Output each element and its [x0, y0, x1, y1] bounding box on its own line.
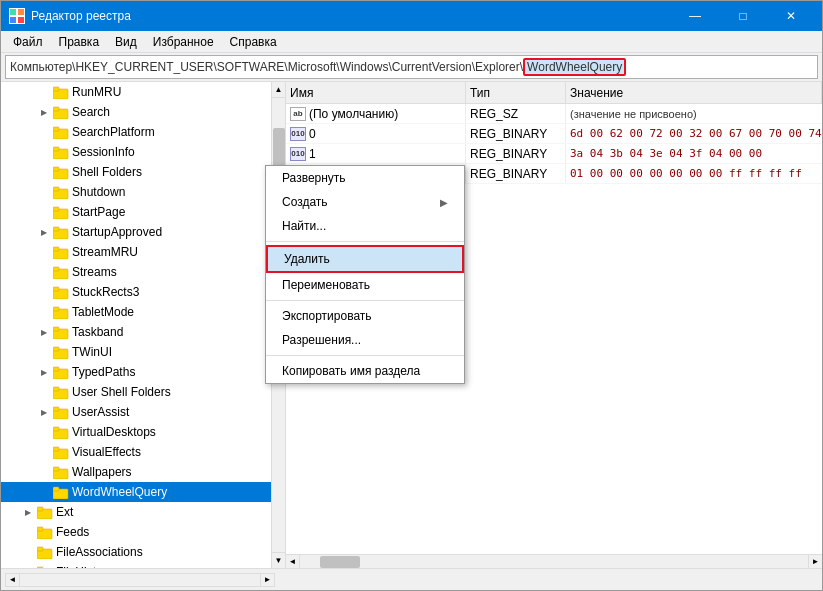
tree-item-label: StartupApproved — [72, 225, 162, 239]
tree-item[interactable]: Wallpapers — [1, 462, 285, 482]
svg-rect-47 — [37, 507, 43, 511]
tree-item-label: StartPage — [72, 205, 125, 219]
col-header-type[interactable]: Тип — [466, 82, 566, 103]
cell-type: REG_BINARY — [466, 144, 566, 163]
col-header-name[interactable]: Имя — [286, 82, 466, 103]
svg-rect-3 — [18, 17, 24, 23]
context-menu-item-3[interactable]: Удалить — [266, 245, 464, 273]
svg-rect-23 — [53, 267, 59, 271]
context-menu-item-4[interactable]: Переименовать — [266, 273, 464, 297]
table-row[interactable]: ab(По умолчанию)REG_SZ(значение не присв… — [286, 104, 822, 124]
scrollbar-h-thumb[interactable] — [320, 556, 360, 568]
svg-rect-19 — [53, 227, 59, 231]
cell-name-text: (По умолчанию) — [309, 107, 398, 121]
svg-rect-33 — [53, 367, 59, 371]
tree-item[interactable]: VisualEffects — [1, 442, 285, 462]
tree-item[interactable]: FileAssociations — [1, 542, 285, 562]
svg-rect-0 — [10, 9, 16, 15]
tree-item[interactable]: Shell Folders — [1, 162, 285, 182]
folder-icon — [53, 166, 69, 179]
svg-rect-7 — [53, 107, 59, 111]
tree-item[interactable]: StartPage — [1, 202, 285, 222]
tree-item[interactable]: SearchPlatform — [1, 122, 285, 142]
tree-item[interactable]: Streams — [1, 262, 285, 282]
context-menu-item-1[interactable]: Создать▶ — [266, 190, 464, 214]
folder-icon — [53, 246, 69, 259]
folder-icon — [53, 486, 69, 499]
cell-value: (значение не присвоено) — [566, 104, 822, 123]
tree-item-label: StreamMRU — [72, 245, 138, 259]
tree-item[interactable]: ▶ Search — [1, 102, 285, 122]
cell-name: 0101 — [286, 144, 466, 163]
cell-type: REG_BINARY — [466, 124, 566, 143]
status-bar: ◄ ► — [1, 568, 822, 590]
right-scrollbar-h[interactable]: ◄ ► — [286, 554, 822, 568]
tree-item[interactable]: TWinUI — [1, 342, 285, 362]
close-button[interactable]: ✕ — [768, 1, 814, 31]
svg-rect-17 — [53, 207, 59, 211]
minimize-button[interactable]: — — [672, 1, 718, 31]
menu-favorites[interactable]: Избранное — [145, 33, 222, 51]
context-menu-item-2[interactable]: Найти... — [266, 214, 464, 238]
tree-scrollbar-down[interactable]: ▼ — [272, 552, 286, 568]
tree-item[interactable]: ▶ Ext — [1, 502, 285, 522]
folder-icon — [37, 566, 53, 569]
menu-edit[interactable]: Правка — [51, 33, 108, 51]
tree-item[interactable]: ▶ Taskband — [1, 322, 285, 342]
folder-icon — [53, 326, 69, 339]
svg-rect-25 — [53, 287, 59, 291]
tree-item[interactable]: SessionInfo — [1, 142, 285, 162]
svg-rect-43 — [53, 467, 59, 471]
svg-rect-37 — [53, 407, 59, 411]
tree-item-label: Shell Folders — [72, 165, 142, 179]
table-row[interactable]: 0101REG_BINARY3a 04 3b 04 3e 04 3f 04 00… — [286, 144, 822, 164]
tree-item-label: SessionInfo — [72, 145, 135, 159]
tree-item[interactable]: RunMRU — [1, 82, 285, 102]
tree-item-label: Streams — [72, 265, 117, 279]
tree-scroll[interactable]: RunMRU▶ Search SearchPlatform SessionInf… — [1, 82, 285, 568]
tree-item[interactable]: ▶ StartupApproved — [1, 222, 285, 242]
tree-item[interactable]: ▶ TypedPaths — [1, 362, 285, 382]
context-menu-item-7[interactable]: Копировать имя раздела — [266, 359, 464, 383]
context-menu: РазвернутьСоздать▶Найти...УдалитьПереиме… — [265, 165, 465, 384]
tree-item-label: Taskband — [72, 325, 123, 339]
svg-rect-31 — [53, 347, 59, 351]
menu-file[interactable]: Файл — [5, 33, 51, 51]
tree-item[interactable]: Shutdown — [1, 182, 285, 202]
cell-type: REG_BINARY — [466, 164, 566, 183]
tree-item[interactable]: FileHistory — [1, 562, 285, 568]
tree-item[interactable]: Feeds — [1, 522, 285, 542]
tree-item[interactable]: VirtualDesktops — [1, 422, 285, 442]
tree-item[interactable]: ▶ UserAssist — [1, 402, 285, 422]
tree-item[interactable]: StuckRects3 — [1, 282, 285, 302]
tree-item-label: TypedPaths — [72, 365, 135, 379]
tree-item[interactable]: StreamMRU — [1, 242, 285, 262]
tree-item[interactable]: TabletMode — [1, 302, 285, 322]
folder-icon — [53, 106, 69, 119]
menu-view[interactable]: Вид — [107, 33, 145, 51]
folder-icon — [53, 346, 69, 359]
table-row[interactable]: 0100REG_BINARY6d 00 62 00 72 00 32 00 67… — [286, 124, 822, 144]
svg-rect-51 — [37, 547, 43, 551]
context-menu-item-5[interactable]: Экспортировать — [266, 304, 464, 328]
address-bar[interactable]: Компьютер\HKEY_CURRENT_USER\SOFTWARE\Mic… — [5, 55, 818, 79]
tree-item[interactable]: WordWheelQuery — [1, 482, 285, 502]
svg-rect-39 — [53, 427, 59, 431]
address-highlighted: WordWheelQuery — [523, 58, 626, 76]
scrollbar-right-arrow[interactable]: ► — [808, 555, 822, 569]
ctx-sub-arrow-icon: ▶ — [440, 197, 448, 208]
tree-item-label: WordWheelQuery — [72, 485, 167, 499]
tree-item[interactable]: User Shell Folders — [1, 382, 285, 402]
context-menu-item-0[interactable]: Развернуть — [266, 166, 464, 190]
maximize-button[interactable]: □ — [720, 1, 766, 31]
col-header-value[interactable]: Значение — [566, 82, 822, 103]
tree-bottom-scrollbar[interactable]: ◄ ► — [5, 573, 275, 587]
table-header: Имя Тип Значение — [286, 82, 822, 104]
scrollbar-left-arrow[interactable]: ◄ — [286, 555, 300, 569]
svg-rect-35 — [53, 387, 59, 391]
svg-rect-41 — [53, 447, 59, 451]
tree-scrollbar-up[interactable]: ▲ — [272, 82, 286, 98]
context-menu-item-6[interactable]: Разрешения... — [266, 328, 464, 352]
folder-icon — [53, 386, 69, 399]
menu-help[interactable]: Справка — [222, 33, 285, 51]
